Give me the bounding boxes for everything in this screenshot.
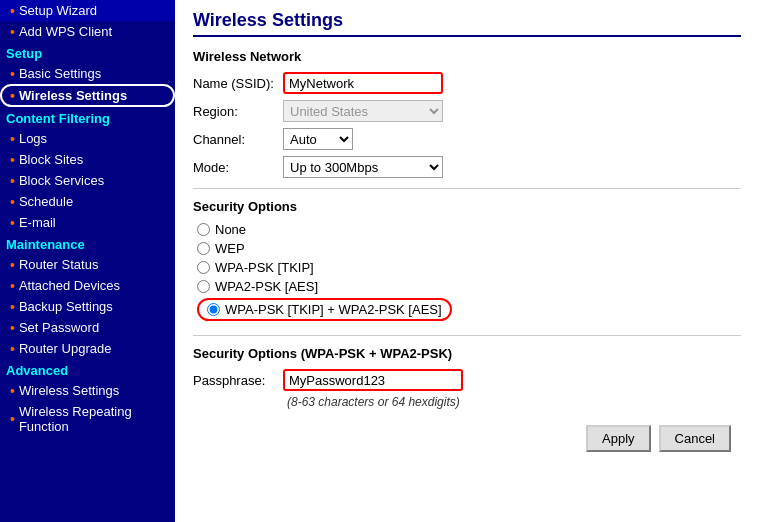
bullet-icon: • xyxy=(10,300,15,314)
ssid-input[interactable] xyxy=(283,72,443,94)
radio-wpa-wpa2-option: WPA-PSK [TKIP] + WPA2-PSK [AES] xyxy=(197,298,452,321)
mode-select[interactable]: Up to 300Mbps xyxy=(283,156,443,178)
divider2 xyxy=(193,335,741,336)
radio-wep-label: WEP xyxy=(215,241,245,256)
security-radio-group: None WEP WPA-PSK [TKIP] WPA2-PSK [AES] W… xyxy=(197,222,741,325)
security-section-header: Security Options xyxy=(193,199,741,214)
radio-wpa-psk-tkip: WPA-PSK [TKIP] xyxy=(197,260,741,275)
bullet-icon: • xyxy=(10,67,15,81)
sidebar-item-attached-devices[interactable]: •Attached Devices xyxy=(0,275,175,296)
sidebar-item-set-password[interactable]: •Set Password xyxy=(0,317,175,338)
passphrase-input[interactable] xyxy=(283,369,463,391)
sidebar-item-label: Backup Settings xyxy=(19,299,113,314)
bullet-icon: • xyxy=(10,89,15,103)
bullet-icon: • xyxy=(10,258,15,272)
radio-wpa-psk-tkip-label: WPA-PSK [TKIP] xyxy=(215,260,314,275)
channel-select[interactable]: Auto xyxy=(283,128,353,150)
ssid-row: Name (SSID): xyxy=(193,72,741,94)
sidebar-item-backup-settings[interactable]: •Backup Settings xyxy=(0,296,175,317)
sidebar-item-label: Block Services xyxy=(19,173,104,188)
sidebar-item-basic-settings[interactable]: •Basic Settings xyxy=(0,63,175,84)
bullet-icon: • xyxy=(10,132,15,146)
sidebar-item-label: Add WPS Client xyxy=(19,24,112,39)
sidebar-item-label: Attached Devices xyxy=(19,278,120,293)
bullet-icon: • xyxy=(10,174,15,188)
passphrase-hint: (8-63 characters or 64 hexdigits) xyxy=(287,395,741,409)
sidebar-item-label: Block Sites xyxy=(19,152,83,167)
sidebar-item-label: Set Password xyxy=(19,320,99,335)
region-row: Region: United States xyxy=(193,100,741,122)
channel-label: Channel: xyxy=(193,132,283,147)
sidebar-item-schedule[interactable]: •Schedule xyxy=(0,191,175,212)
radio-wpa2-psk-aes-input[interactable] xyxy=(197,280,210,293)
bullet-icon: • xyxy=(10,153,15,167)
channel-row: Channel: Auto xyxy=(193,128,741,150)
sidebar-item-label: Basic Settings xyxy=(19,66,101,81)
sidebar-item-block-sites[interactable]: •Block Sites xyxy=(0,149,175,170)
sidebar-item-router-status[interactable]: •Router Status xyxy=(0,254,175,275)
apply-button[interactable]: Apply xyxy=(586,425,651,452)
mode-label: Mode: xyxy=(193,160,283,175)
sidebar-item-label: Wireless Settings xyxy=(19,88,127,103)
page-title: Wireless Settings xyxy=(193,10,741,37)
sidebar-item-label: Logs xyxy=(19,131,47,146)
divider1 xyxy=(193,188,741,189)
region-select[interactable]: United States xyxy=(283,100,443,122)
ssid-field xyxy=(283,72,741,94)
radio-wep: WEP xyxy=(197,241,741,256)
sidebar-item-wireless-repeating[interactable]: •Wireless Repeating Function xyxy=(0,401,175,437)
sidebar-item-label: Setup Wizard xyxy=(19,3,97,18)
radio-none-label: None xyxy=(215,222,246,237)
sidebar-item-label: Schedule xyxy=(19,194,73,209)
sidebar-item-label: Wireless Repeating Function xyxy=(19,404,169,434)
sidebar-section-maintenance-section: Maintenance xyxy=(0,233,175,254)
main-content: Wireless Settings Wireless Network Name … xyxy=(175,0,759,522)
bullet-icon: • xyxy=(10,384,15,398)
mode-row: Mode: Up to 300Mbps xyxy=(193,156,741,178)
region-label: Region: xyxy=(193,104,283,119)
radio-wpa2-psk-aes: WPA2-PSK [AES] xyxy=(197,279,741,294)
radio-none-input[interactable] xyxy=(197,223,210,236)
sidebar-section-advanced-section: Advanced xyxy=(0,359,175,380)
bullet-icon: • xyxy=(10,412,15,426)
sidebar-item-label: Wireless Settings xyxy=(19,383,119,398)
sidebar-item-add-wps-client[interactable]: •Add WPS Client xyxy=(0,21,175,42)
network-section-header: Wireless Network xyxy=(193,49,741,64)
sidebar-item-wireless-settings-nav[interactable]: •Wireless Settings xyxy=(0,84,175,107)
bullet-icon: • xyxy=(10,25,15,39)
sidebar-item-email[interactable]: •E-mail xyxy=(0,212,175,233)
bullet-icon: • xyxy=(10,4,15,18)
mode-field: Up to 300Mbps xyxy=(283,156,741,178)
sidebar-section-setup-section: Setup xyxy=(0,42,175,63)
sidebar-item-label: E-mail xyxy=(19,215,56,230)
bullet-icon: • xyxy=(10,342,15,356)
sidebar: •Setup Wizard•Add WPS ClientSetup•Basic … xyxy=(0,0,175,522)
bullet-icon: • xyxy=(10,195,15,209)
radio-none: None xyxy=(197,222,741,237)
sidebar-item-logs[interactable]: •Logs xyxy=(0,128,175,149)
button-row: Apply Cancel xyxy=(193,425,741,452)
sidebar-item-label: Router Status xyxy=(19,257,99,272)
channel-field: Auto xyxy=(283,128,741,150)
bullet-icon: • xyxy=(10,321,15,335)
radio-wep-input[interactable] xyxy=(197,242,210,255)
sidebar-item-wireless-settings-adv[interactable]: •Wireless Settings xyxy=(0,380,175,401)
passphrase-row: Passphrase: xyxy=(193,369,741,391)
passphrase-label: Passphrase: xyxy=(193,373,283,388)
security-sub-header: Security Options (WPA-PSK + WPA2-PSK) xyxy=(193,346,741,361)
sidebar-item-router-upgrade[interactable]: •Router Upgrade xyxy=(0,338,175,359)
sidebar-section-content-filtering-section: Content Filtering xyxy=(0,107,175,128)
radio-wpa2-psk-aes-label: WPA2-PSK [AES] xyxy=(215,279,318,294)
bullet-icon: • xyxy=(10,216,15,230)
region-field: United States xyxy=(283,100,741,122)
bullet-icon: • xyxy=(10,279,15,293)
radio-wpa-wpa2-label: WPA-PSK [TKIP] + WPA2-PSK [AES] xyxy=(225,302,442,317)
cancel-button[interactable]: Cancel xyxy=(659,425,731,452)
sidebar-item-setup-wizard[interactable]: •Setup Wizard xyxy=(0,0,175,21)
ssid-label: Name (SSID): xyxy=(193,76,283,91)
sidebar-item-block-services[interactable]: •Block Services xyxy=(0,170,175,191)
radio-wpa-psk-tkip-input[interactable] xyxy=(197,261,210,274)
radio-wpa-wpa2-input[interactable] xyxy=(207,303,220,316)
sidebar-item-label: Router Upgrade xyxy=(19,341,112,356)
